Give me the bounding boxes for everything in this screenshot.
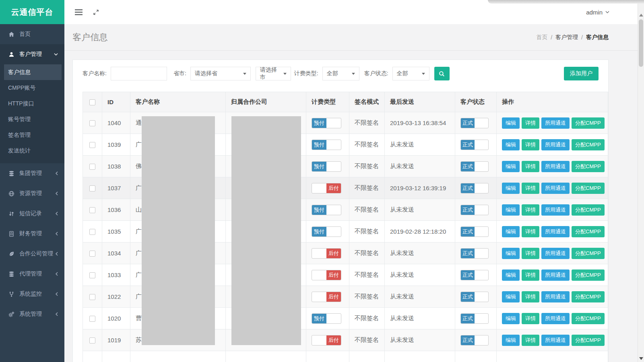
sidebar-item-http-api[interactable]: HTTP接口 <box>4 96 62 111</box>
scroll-up-arrow-icon[interactable] <box>639 14 643 16</box>
scrollbar-thumb[interactable] <box>639 19 643 67</box>
channels-button[interactable]: 所用通道 <box>541 117 570 129</box>
billing-toggle[interactable]: 后付 <box>312 248 341 259</box>
channels-button[interactable]: 所用通道 <box>541 226 570 237</box>
billing-toggle[interactable]: 预付 <box>312 205 341 215</box>
billing-toggle[interactable]: 后付 <box>312 183 341 193</box>
edit-button[interactable]: 编辑 <box>502 117 520 129</box>
sidebar-item-partner-company-management[interactable]: 合作公司管理 <box>0 244 64 264</box>
row-checkbox[interactable] <box>89 142 95 148</box>
edit-button[interactable]: 编辑 <box>502 291 520 302</box>
edit-button[interactable]: 编辑 <box>502 139 520 150</box>
detail-button[interactable]: 详情 <box>522 204 539 216</box>
row-checkbox[interactable] <box>89 229 95 235</box>
sidebar-item-resource-management[interactable]: 资源管理 <box>0 183 64 204</box>
assign-cmpp-button[interactable]: 分配CMPP <box>572 183 605 194</box>
edit-button[interactable]: 编辑 <box>502 161 520 172</box>
billing-toggle[interactable]: 后付 <box>312 292 341 302</box>
channels-button[interactable]: 所用通道 <box>541 204 570 216</box>
channels-button[interactable]: 所用通道 <box>541 161 570 172</box>
row-checkbox[interactable] <box>89 316 95 322</box>
row-checkbox[interactable] <box>89 251 95 257</box>
billing-toggle[interactable]: 后付 <box>312 335 341 346</box>
assign-cmpp-button[interactable]: 分配CMPP <box>572 248 605 259</box>
row-checkbox[interactable] <box>89 120 95 126</box>
status-toggle[interactable]: 正式 <box>460 161 489 172</box>
status-toggle[interactable]: 正式 <box>460 205 489 215</box>
status-toggle[interactable]: 正式 <box>460 140 489 150</box>
assign-cmpp-button[interactable]: 分配CMPP <box>572 313 605 324</box>
edit-button[interactable]: 编辑 <box>502 313 520 324</box>
channels-button[interactable]: 所用通道 <box>541 139 570 150</box>
province-select[interactable]: 请选择省 <box>190 67 251 80</box>
sidebar-item-system-management[interactable]: 系统管理 <box>0 304 64 324</box>
row-checkbox[interactable] <box>89 337 95 343</box>
sidebar-item-agent-management[interactable]: 代理管理 <box>0 264 64 284</box>
status-toggle[interactable]: 正式 <box>460 226 489 237</box>
status-toggle[interactable]: 正式 <box>460 292 489 302</box>
billing-toggle[interactable]: 预付 <box>312 226 341 237</box>
edit-button[interactable]: 编辑 <box>502 248 520 259</box>
detail-button[interactable]: 详情 <box>522 313 539 324</box>
menu-toggle-icon[interactable] <box>75 9 83 15</box>
sidebar-item-customer-info[interactable]: 客户信息 <box>4 64 62 80</box>
row-checkbox[interactable] <box>89 294 95 300</box>
detail-button[interactable]: 详情 <box>522 248 539 259</box>
customer-status-select[interactable]: 全部 <box>392 67 429 80</box>
row-checkbox[interactable] <box>89 164 95 170</box>
search-button[interactable] <box>434 67 450 80</box>
channels-button[interactable]: 所用通道 <box>541 248 570 259</box>
edit-button[interactable]: 编辑 <box>502 204 520 216</box>
city-select[interactable]: 请选择市 <box>256 67 291 80</box>
billing-toggle[interactable]: 后付 <box>312 270 341 280</box>
channels-button[interactable]: 所用通道 <box>541 291 570 302</box>
billing-type-select[interactable]: 全部 <box>322 67 359 80</box>
user-menu[interactable]: admin <box>586 9 609 16</box>
channels-button[interactable]: 所用通道 <box>541 313 570 324</box>
customer-name-input[interactable] <box>111 67 167 80</box>
row-checkbox[interactable] <box>89 207 95 213</box>
detail-button[interactable]: 详情 <box>522 183 539 194</box>
channels-button[interactable]: 所用通道 <box>541 335 570 346</box>
assign-cmpp-button[interactable]: 分配CMPP <box>572 291 605 302</box>
sidebar-item-home[interactable]: 首页 <box>0 24 64 44</box>
sidebar-item-group-management[interactable]: 集团管理 <box>0 163 64 183</box>
assign-cmpp-button[interactable]: 分配CMPP <box>572 335 605 346</box>
assign-cmpp-button[interactable]: 分配CMPP <box>572 204 605 216</box>
detail-button[interactable]: 详情 <box>522 161 539 172</box>
breadcrumb-item[interactable]: 首页 <box>536 34 547 41</box>
status-toggle[interactable]: 正式 <box>460 183 489 193</box>
sidebar-item-cmpp-account[interactable]: CMPP账号 <box>4 80 62 96</box>
edit-button[interactable]: 编辑 <box>502 226 520 237</box>
channels-button[interactable]: 所用通道 <box>541 269 570 281</box>
sidebar-item-sms-records[interactable]: 短信记录 <box>0 204 64 224</box>
assign-cmpp-button[interactable]: 分配CMPP <box>572 269 605 281</box>
expand-icon[interactable] <box>93 9 99 15</box>
sidebar-item-send-statistics[interactable]: 发送统计 <box>4 143 62 158</box>
billing-toggle[interactable]: 预付 <box>312 313 341 324</box>
assign-cmpp-button[interactable]: 分配CMPP <box>572 139 605 150</box>
detail-button[interactable]: 详情 <box>522 291 539 302</box>
row-checkbox[interactable] <box>89 272 95 278</box>
sidebar-item-system-monitor[interactable]: 系统监控 <box>0 284 64 304</box>
scroll-down-arrow-icon[interactable] <box>639 357 643 360</box>
status-toggle[interactable]: 正式 <box>460 335 489 346</box>
channels-button[interactable]: 所用通道 <box>541 183 570 194</box>
billing-toggle[interactable]: 预付 <box>312 118 341 128</box>
detail-button[interactable]: 详情 <box>522 269 539 281</box>
edit-button[interactable]: 编辑 <box>502 335 520 346</box>
row-checkbox[interactable] <box>89 185 95 191</box>
select-all-checkbox[interactable] <box>89 99 95 105</box>
assign-cmpp-button[interactable]: 分配CMPP <box>572 117 605 129</box>
billing-toggle[interactable]: 预付 <box>312 140 341 150</box>
breadcrumb-item[interactable]: 客户管理 <box>555 34 578 41</box>
status-toggle[interactable]: 正式 <box>460 118 489 128</box>
assign-cmpp-button[interactable]: 分配CMPP <box>572 226 605 237</box>
sidebar-item-signature-management[interactable]: 签名管理 <box>4 127 62 143</box>
sidebar-item-customer-management[interactable]: 客户管理 <box>0 44 64 64</box>
sidebar-item-account-management[interactable]: 账号管理 <box>4 111 62 127</box>
assign-cmpp-button[interactable]: 分配CMPP <box>572 161 605 172</box>
add-user-button[interactable]: 添加用户 <box>564 67 599 80</box>
detail-button[interactable]: 详情 <box>522 139 539 150</box>
status-toggle[interactable]: 正式 <box>460 248 489 259</box>
